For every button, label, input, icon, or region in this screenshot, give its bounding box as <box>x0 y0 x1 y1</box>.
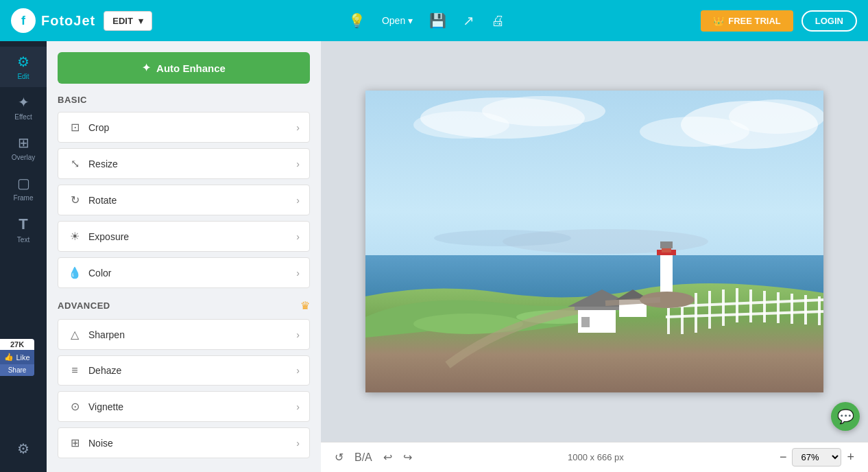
svg-rect-24 <box>777 292 780 323</box>
svg-point-3 <box>413 111 509 139</box>
logo: f FotoJet <box>11 8 95 33</box>
icon-sidebar: ⚙ Edit ✦ Effect ⊞ Overlay ▢ Frame T Text… <box>0 41 47 472</box>
svg-rect-25 <box>791 294 793 324</box>
tool-crop[interactable]: ⊡ Crop › <box>58 112 310 143</box>
undo-icon[interactable]: ↩ <box>383 451 392 464</box>
rotate-chevron-icon: › <box>296 195 300 206</box>
refresh-icon[interactable]: ↺ <box>335 451 343 464</box>
open-button[interactable]: Open ▾ <box>382 15 413 26</box>
sidebar-item-text[interactable]: T Text <box>0 209 47 250</box>
tool-vignette[interactable]: ⊙ Vignette › <box>58 391 310 422</box>
svg-rect-15 <box>581 317 590 327</box>
exposure-chevron-icon: › <box>296 231 300 242</box>
facebook-widget: 27K 👍 Like Share <box>0 339 34 376</box>
crop-icon: ⊡ <box>68 121 82 134</box>
sidebar-text-label: Text <box>17 236 29 244</box>
svg-rect-22 <box>749 290 752 322</box>
tool-exposure[interactable]: ☀ Exposure › <box>58 221 310 252</box>
sidebar-frame-label: Frame <box>14 194 34 202</box>
color-icon: 💧 <box>68 266 82 279</box>
svg-point-6 <box>640 117 749 147</box>
main-area: ⚙ Edit ✦ Effect ⊞ Overlay ▢ Frame T Text… <box>0 41 868 472</box>
svg-rect-35 <box>660 241 673 248</box>
compare-icon[interactable]: B/A <box>354 451 372 464</box>
vignette-label: Vignette <box>88 401 123 412</box>
sidebar-overlay-label: Overlay <box>12 154 35 161</box>
canvas-image <box>365 91 823 392</box>
logo-icon: f <box>11 8 36 33</box>
exposure-label: Exposure <box>88 231 129 242</box>
idea-icon[interactable]: 💡 <box>348 12 365 29</box>
noise-chevron-icon: › <box>296 438 300 449</box>
zoom-controls: − 67% 50% 75% 100% + <box>780 448 854 467</box>
save-icon[interactable]: 💾 <box>429 12 446 29</box>
free-trial-button[interactable]: 👑 FREE TRIAL <box>701 10 793 32</box>
sidebar-item-settings[interactable]: ⚙ <box>0 434 47 464</box>
basic-section-title: BASIC <box>58 95 310 105</box>
zoom-minus-button[interactable]: − <box>780 450 787 464</box>
auto-enhance-button[interactable]: ✦ Auto Enhance <box>58 52 310 84</box>
header-center: 💡 Open ▾ 💾 ↗ 🖨 <box>348 12 505 29</box>
tool-rotate[interactable]: ↻ Rotate › <box>58 185 310 215</box>
fb-like-button[interactable]: 👍 Like <box>0 350 34 364</box>
zoom-select[interactable]: 67% 50% 75% 100% <box>792 448 841 467</box>
top-header: f FotoJet EDIT ▾ 💡 Open ▾ 💾 ↗ 🖨 👑 FREE T… <box>0 0 868 41</box>
exposure-icon: ☀ <box>68 230 82 243</box>
advanced-crown-icon: ♛ <box>300 299 310 312</box>
open-arrow-icon: ▾ <box>408 15 413 26</box>
sidebar-effect-label: Effect <box>14 113 32 121</box>
svg-rect-19 <box>708 291 711 329</box>
sidebar-edit-label: Edit <box>17 73 29 80</box>
edit-icon: ⚙ <box>17 54 29 70</box>
svg-rect-23 <box>763 291 766 322</box>
login-label: LOGIN <box>815 16 843 26</box>
tool-resize[interactable]: ⤡ Resize › <box>58 148 310 179</box>
dehaze-chevron-icon: › <box>296 365 300 376</box>
bottom-bar: ↺ B/A ↩ ↪ 1000 x 666 px − 67% 50% 75% 10… <box>321 442 868 472</box>
svg-rect-21 <box>736 288 738 322</box>
sharpen-label: Sharpen <box>88 329 125 340</box>
tool-color[interactable]: 💧 Color › <box>58 257 310 288</box>
tool-sharpen[interactable]: △ Sharpen › <box>58 319 310 350</box>
sidebar-item-frame[interactable]: ▢ Frame <box>0 168 47 209</box>
crop-chevron-icon: › <box>296 122 300 133</box>
tool-panel: ✦ Auto Enhance BASIC ⊡ Crop › ⤡ Resize ›… <box>47 41 321 472</box>
thumbs-up-icon: 👍 <box>4 353 14 362</box>
dropdown-arrow-icon: ▾ <box>138 16 143 26</box>
sidebar-item-overlay[interactable]: ⊞ Overlay <box>0 128 47 168</box>
chat-bubble-button[interactable]: 💬 <box>831 402 860 431</box>
resize-label: Resize <box>88 158 118 169</box>
svg-rect-13 <box>575 307 619 310</box>
dehaze-label: Dehaze <box>88 365 121 376</box>
tool-dehaze[interactable]: ≡ Dehaze › <box>58 355 310 386</box>
fb-like-label: Like <box>16 353 29 362</box>
auto-enhance-label: Auto Enhance <box>156 62 226 74</box>
login-button[interactable]: LOGIN <box>801 10 857 32</box>
effect-icon: ✦ <box>18 94 29 110</box>
resize-chevron-icon: › <box>296 158 300 169</box>
tool-noise[interactable]: ⊞ Noise › <box>58 427 310 458</box>
edit-dropdown[interactable]: EDIT ▾ <box>104 11 152 31</box>
dehaze-icon: ≡ <box>68 364 82 377</box>
edit-label: EDIT <box>112 16 133 26</box>
rotate-icon: ↻ <box>68 193 82 206</box>
fb-count: 27K <box>0 339 34 350</box>
redo-icon[interactable]: ↪ <box>403 451 412 464</box>
header-left: f FotoJet EDIT ▾ <box>11 8 152 33</box>
sidebar-item-effect[interactable]: ✦ Effect <box>0 87 47 128</box>
auto-enhance-icon: ✦ <box>142 62 151 74</box>
sharpen-icon: △ <box>68 328 82 341</box>
header-right: 👑 FREE TRIAL LOGIN <box>701 10 857 32</box>
frame-icon: ▢ <box>17 175 30 191</box>
zoom-plus-button[interactable]: + <box>847 450 854 464</box>
share-icon[interactable]: ↗ <box>463 12 474 29</box>
crown-icon: 👑 <box>713 16 724 26</box>
sidebar-item-edit[interactable]: ⚙ Edit <box>0 47 47 87</box>
canvas-area: ↺ B/A ↩ ↪ 1000 x 666 px − 67% 50% 75% 10… <box>321 41 868 472</box>
fb-share-button[interactable]: Share <box>0 364 34 376</box>
fb-share-label: Share <box>8 366 27 374</box>
print-icon[interactable]: 🖨 <box>491 13 505 29</box>
noise-icon: ⊞ <box>68 436 82 449</box>
free-trial-label: FREE TRIAL <box>728 16 781 26</box>
open-label: Open <box>382 15 405 26</box>
